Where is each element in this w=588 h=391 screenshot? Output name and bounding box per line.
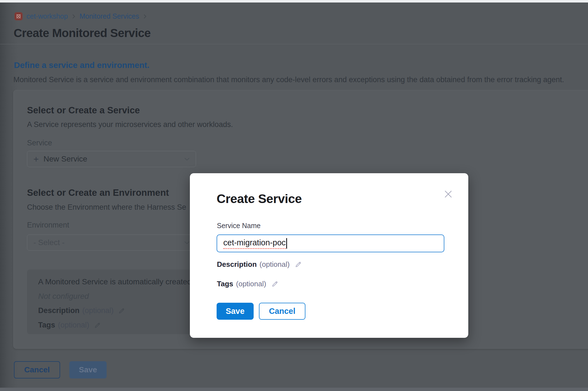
- modal-save-button[interactable]: Save: [217, 303, 254, 320]
- plus-icon: +: [33, 155, 39, 164]
- service-section-heading: Select or Create a Service: [27, 105, 140, 116]
- edit-pencil-icon[interactable]: [94, 322, 101, 329]
- intro-heading: Define a service and environment.: [14, 60, 150, 70]
- header-divider: [0, 44, 588, 44]
- service-name-label: Service Name: [217, 222, 261, 230]
- edit-pencil-icon[interactable]: [295, 261, 302, 268]
- environment-field-label: Environment: [27, 221, 69, 229]
- breadcrumb: cet-workshop Monitored Services: [14, 12, 147, 20]
- page-cancel-button[interactable]: Cancel: [14, 361, 60, 378]
- error-tracking-target-icon: [14, 12, 23, 20]
- modal-title: Create Service: [217, 192, 302, 206]
- page-save-button-disabled[interactable]: Save: [69, 361, 107, 378]
- text-caret: [286, 238, 287, 249]
- edit-pencil-icon[interactable]: [271, 280, 279, 288]
- modal-tags-row: Tags (optional): [217, 280, 279, 288]
- description-optional-label: (optional): [259, 260, 290, 269]
- edit-pencil-icon[interactable]: [118, 307, 125, 314]
- description-optional-label: (optional): [82, 306, 114, 315]
- service-field-label: Service: [27, 139, 52, 147]
- environment-dropdown[interactable]: - Select -: [27, 234, 196, 251]
- close-icon[interactable]: [442, 188, 455, 201]
- description-label: Description: [217, 260, 257, 269]
- screen: cet-workshop Monitored Services Create M…: [0, 0, 588, 391]
- page-title: Create Monitored Service: [14, 26, 151, 40]
- top-window-strip: [0, 0, 588, 3]
- environment-section-subtext: Choose the Environment where the Harness…: [27, 203, 186, 212]
- tags-optional-label: (optional): [236, 280, 266, 288]
- description-label: Description: [38, 306, 80, 315]
- service-name-input[interactable]: cet-migration-poc: [217, 234, 444, 252]
- breadcrumb-project-link[interactable]: cet-workshop: [26, 12, 68, 20]
- service-dropdown-value: New Service: [43, 155, 87, 163]
- service-section-subtext: A Service represents your microservices …: [27, 120, 233, 129]
- create-service-modal: Create Service Service Name cet-migratio…: [190, 173, 468, 338]
- bottom-window-strip: [0, 388, 588, 391]
- chevron-down-icon: [184, 158, 190, 161]
- chevron-right-icon: [143, 14, 147, 19]
- summary-intro-line: A Monitored Service is automatically cre…: [38, 277, 192, 286]
- environment-dropdown-value: - Select -: [33, 238, 65, 247]
- summary-status-text: Not configured: [38, 292, 89, 301]
- service-dropdown[interactable]: + New Service: [27, 151, 196, 167]
- service-name-value: cet-migration-poc: [223, 238, 286, 249]
- tags-label: Tags: [38, 321, 55, 329]
- chevron-down-icon: [184, 241, 190, 244]
- summary-description-row: Description (optional): [38, 306, 125, 315]
- breadcrumb-monitored-services-link[interactable]: Monitored Services: [80, 12, 139, 20]
- summary-tags-row: Tags (optional): [38, 321, 101, 329]
- modal-description-row: Description (optional): [217, 260, 302, 269]
- intro-text: Monitored Service is a service and envir…: [13, 75, 564, 84]
- environment-section-heading: Select or Create an Environment: [27, 187, 169, 198]
- chevron-right-icon: [72, 14, 76, 19]
- tags-optional-label: (optional): [58, 321, 89, 329]
- modal-cancel-button[interactable]: Cancel: [259, 303, 305, 320]
- tags-label: Tags: [217, 280, 233, 288]
